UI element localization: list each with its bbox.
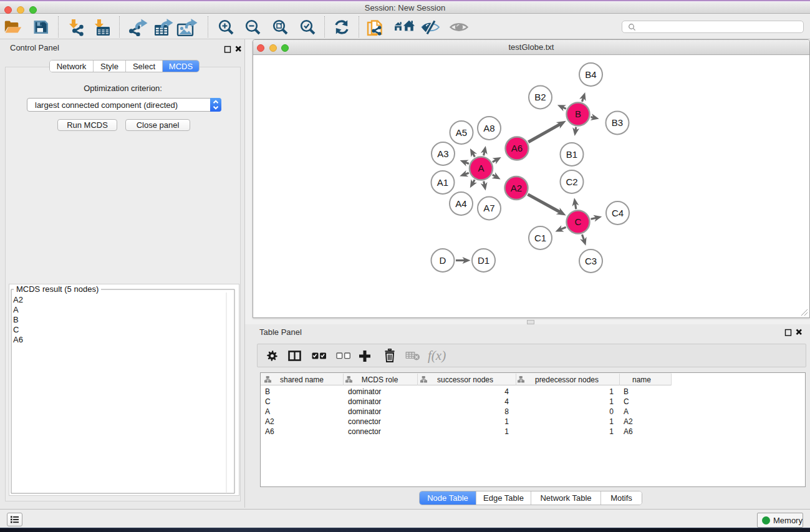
- svg-text:D: D: [440, 255, 446, 266]
- svg-text:B2: B2: [534, 92, 546, 102]
- svg-text:A5: A5: [456, 127, 467, 138]
- svg-text:A2: A2: [511, 183, 522, 193]
- svg-text:A8: A8: [483, 123, 494, 133]
- svg-text:C3: C3: [585, 256, 597, 266]
- svg-text:A6: A6: [511, 143, 523, 153]
- svg-text:B1: B1: [566, 149, 577, 160]
- svg-text:B3: B3: [612, 117, 623, 128]
- svg-text:C4: C4: [612, 208, 624, 218]
- svg-text:A1: A1: [437, 177, 448, 188]
- svg-text:B4: B4: [585, 69, 596, 80]
- svg-text:C1: C1: [534, 233, 546, 243]
- svg-text:C2: C2: [566, 177, 577, 187]
- svg-text:A: A: [478, 163, 484, 173]
- svg-text:A4: A4: [455, 198, 466, 209]
- svg-text:C: C: [575, 216, 582, 227]
- svg-text:A7: A7: [483, 203, 494, 213]
- svg-text:D1: D1: [478, 255, 489, 266]
- svg-text:B: B: [575, 109, 581, 119]
- svg-text:A3: A3: [437, 148, 448, 159]
